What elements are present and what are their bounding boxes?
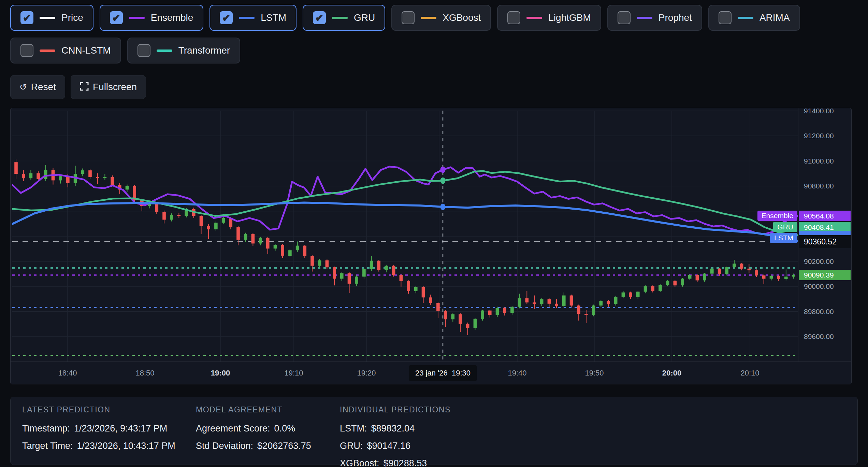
reset-icon: ↺ xyxy=(19,83,27,91)
model-toggle-xgboost[interactable]: XGBoost xyxy=(391,5,491,31)
info-row-label: Target Time: xyxy=(22,441,73,451)
series-color-swatch xyxy=(239,17,255,19)
series-color-swatch xyxy=(421,17,436,19)
x-axis-label: 18:50 xyxy=(135,369,154,378)
x-axis-label: 20:10 xyxy=(740,369,759,378)
info-row-label: Timestamp: xyxy=(22,423,70,434)
last-price-badge: 90090.39 xyxy=(799,270,851,280)
fullscreen-button[interactable]: Fullscreen xyxy=(71,75,146,99)
model-toggle-gru[interactable]: ✔GRU xyxy=(303,5,385,31)
model-toggle-cnn-lstm[interactable]: CNN-LSTM xyxy=(10,38,121,63)
info-row-value: $89832.04 xyxy=(371,423,415,434)
series-color-swatch xyxy=(129,17,145,19)
checkbox-icon[interactable]: ✔ xyxy=(313,11,326,24)
model-label: LSTM xyxy=(261,12,286,23)
model-toggle-row-1: ✔Price✔Ensemble✔LSTM✔GRUXGBoostLightGBMP… xyxy=(10,5,868,31)
model-toggle-prophet[interactable]: Prophet xyxy=(607,5,702,31)
model-toggle-ensemble[interactable]: ✔Ensemble xyxy=(100,5,204,31)
info-row: LSTM:$89832.04 xyxy=(340,423,451,434)
series-color-swatch xyxy=(637,17,652,19)
price-axis[interactable]: 91400.0091200.0091000.0090800.0090200.00… xyxy=(798,108,851,362)
gru-series-pill: GRU xyxy=(773,222,797,232)
y-axis-label: 90200.00 xyxy=(804,257,834,266)
info-row: GRU:$90147.16 xyxy=(340,441,451,451)
x-axis-label: 19:10 xyxy=(284,369,303,378)
lstm-series-pill: LSTM xyxy=(770,233,797,243)
model-label: LightGBM xyxy=(548,12,591,23)
y-axis-label: 91400.00 xyxy=(804,108,834,115)
series-color-swatch xyxy=(157,49,172,52)
model-label: Transformer xyxy=(178,45,230,56)
model-label: XGBoost xyxy=(443,12,481,23)
info-row-label: LSTM: xyxy=(340,423,367,434)
model-toggle-price[interactable]: ✔Price xyxy=(10,5,93,31)
prediction-info-panel: LATEST PREDICTIONTimestamp:1/23/2026, 9:… xyxy=(10,397,858,465)
ensemble-series-pill: Ensemble xyxy=(757,211,797,221)
info-column: MODEL AGREEMENTAgreement Score:0.0%Std D… xyxy=(196,405,311,458)
crosshair-price-badge: 90360.52 xyxy=(799,235,851,248)
checkbox-icon[interactable] xyxy=(618,11,631,24)
y-axis-label: 90000.00 xyxy=(804,282,834,291)
checkbox-icon[interactable]: ✔ xyxy=(20,11,33,24)
series-color-swatch xyxy=(738,17,753,19)
fullscreen-icon xyxy=(80,82,89,92)
info-row: Std Deviation:$2062763.75 xyxy=(196,441,311,451)
model-toggle-transformer[interactable]: Transformer xyxy=(127,38,240,63)
x-axis-label: 19:20 xyxy=(357,369,376,378)
info-row-label: GRU: xyxy=(340,441,363,451)
reset-button[interactable]: ↺ Reset xyxy=(10,75,65,99)
info-heading: LATEST PREDICTION xyxy=(22,405,175,414)
info-row: XGBoost:$90288.53 xyxy=(340,458,451,467)
checkbox-icon[interactable]: ✔ xyxy=(220,11,233,24)
x-axis-label: 19:50 xyxy=(585,369,604,378)
model-label: Prophet xyxy=(659,12,692,23)
model-label: GRU xyxy=(354,12,375,23)
series-color-swatch xyxy=(40,17,55,19)
fullscreen-label: Fullscreen xyxy=(93,82,137,93)
price-chart-svg[interactable] xyxy=(12,111,798,362)
model-toggle-row-2: CNN-LSTMTransformer xyxy=(10,38,868,63)
model-toggle-lightgbm[interactable]: LightGBM xyxy=(497,5,601,31)
info-heading: MODEL AGREEMENT xyxy=(196,405,311,414)
reset-label: Reset xyxy=(31,82,56,93)
chart-controls: ↺ Reset Fullscreen xyxy=(10,75,868,99)
x-axis-label: 18:40 xyxy=(58,369,77,378)
info-heading: INDIVIDUAL PREDICTIONS xyxy=(340,405,451,414)
time-axis[interactable]: 23 jan '26 19:30 18:4018:5019:0019:1019:… xyxy=(11,362,852,384)
y-axis-label: 89600.00 xyxy=(804,332,834,341)
model-label: Price xyxy=(61,12,83,23)
checkbox-icon[interactable] xyxy=(719,11,732,24)
x-axis-label: 19:40 xyxy=(508,369,526,378)
series-color-swatch xyxy=(526,17,542,19)
y-axis-label: 90800.00 xyxy=(804,182,834,190)
price-chart-panel[interactable]: 91400.0091200.0091000.0090800.0090200.00… xyxy=(10,108,852,384)
info-row: Target Time:1/23/2026, 10:43:17 PM xyxy=(22,441,175,451)
info-row-value: 1/23/2026, 10:43:17 PM xyxy=(77,441,175,451)
ensemble-value-badge: 90564.08 xyxy=(799,211,851,221)
info-row: Timestamp:1/23/2026, 9:43:17 PM xyxy=(22,423,175,434)
y-axis-label: 91000.00 xyxy=(804,157,834,165)
checkbox-icon[interactable] xyxy=(138,44,150,57)
crosshair-time-badge: 23 jan '26 19:30 xyxy=(409,365,477,381)
checkbox-icon[interactable] xyxy=(20,44,33,57)
info-row-value: $90288.53 xyxy=(384,458,427,467)
y-axis-label: 89800.00 xyxy=(804,308,834,316)
model-toggle-lstm[interactable]: ✔LSTM xyxy=(209,5,296,31)
info-row: Agreement Score:0.0% xyxy=(196,423,311,434)
info-column: LATEST PREDICTIONTimestamp:1/23/2026, 9:… xyxy=(22,405,175,458)
checkbox-icon[interactable] xyxy=(402,11,415,24)
checkbox-icon[interactable]: ✔ xyxy=(110,11,123,24)
series-color-swatch xyxy=(332,17,348,19)
info-row-value: 0.0% xyxy=(274,423,295,434)
info-row-value: 1/23/2026, 9:43:17 PM xyxy=(74,423,167,434)
info-row-value: $2062763.75 xyxy=(257,441,311,451)
info-row-label: Std Deviation: xyxy=(196,441,253,451)
x-axis-label: 20:00 xyxy=(662,369,681,378)
checkbox-icon[interactable] xyxy=(507,11,520,24)
model-toggle-arima[interactable]: ARIMA xyxy=(708,5,800,31)
series-color-swatch xyxy=(40,49,55,52)
model-label: Ensemble xyxy=(151,12,193,23)
info-row-value: $90147.16 xyxy=(367,441,411,451)
info-row-label: XGBoost: xyxy=(340,458,379,467)
model-label: CNN-LSTM xyxy=(61,45,111,56)
